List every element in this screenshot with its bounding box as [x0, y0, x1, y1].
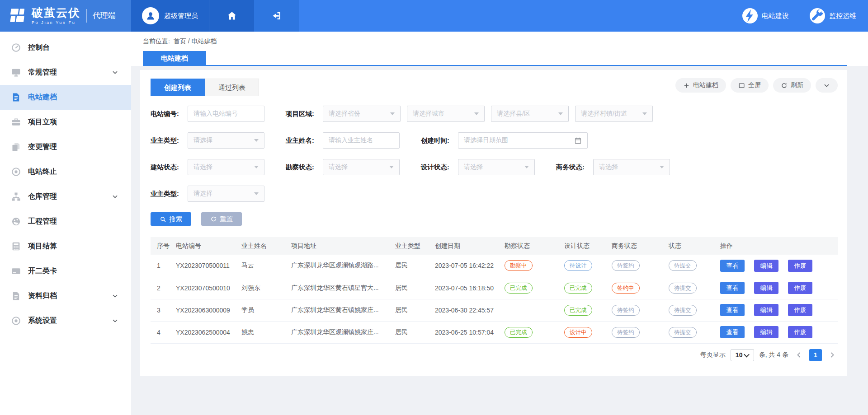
caret-down-icon — [524, 166, 529, 168]
sidebar-item-label: 系统设置 — [28, 316, 112, 326]
search-icon — [160, 216, 166, 223]
region-select-0[interactable]: 请选择省份 — [323, 106, 401, 122]
fullscreen-button[interactable]: 全屏 — [731, 78, 769, 93]
sidebar-item-7[interactable]: 工程管理 — [0, 209, 131, 234]
page-tab[interactable]: 电站建档 — [143, 51, 206, 65]
sidebar-item-label: 常规管理 — [28, 68, 112, 77]
sidebar-item-11[interactable]: 系统设置 — [0, 308, 131, 333]
breadcrumb-path[interactable]: 首页 / 电站建档 — [174, 37, 217, 45]
view-button[interactable]: 查看 — [720, 304, 745, 316]
sidebar-item-label: 项目立项 — [28, 117, 118, 127]
sidebar-item-10[interactable]: 资料归档 — [0, 284, 131, 308]
brand-name: 破茧云伏 — [32, 7, 80, 19]
cell-business-status: 待签约 — [609, 255, 666, 277]
quick-link-construction[interactable]: 电站建设 — [742, 8, 789, 23]
per-page-label: 每页显示 — [700, 351, 726, 359]
filter-select[interactable]: 请选择 — [188, 132, 264, 149]
cell-survey-status: 勘察中 — [502, 255, 561, 277]
toolbar-button-label: 电站建档 — [693, 81, 718, 89]
logout-button[interactable] — [254, 0, 299, 32]
pie-icon — [11, 216, 21, 227]
sidebar-item-9[interactable]: 开二类卡 — [0, 259, 131, 284]
toolbar-button-label: 刷新 — [791, 81, 803, 89]
chevron-down-icon — [112, 293, 118, 299]
sidebar-item-0[interactable]: 控制台 — [0, 35, 131, 60]
tab-passed-list[interactable]: 通过列表 — [205, 79, 259, 96]
view-button[interactable]: 查看 — [720, 282, 745, 294]
next-page-button[interactable] — [827, 351, 838, 359]
edit-button[interactable]: 编辑 — [754, 304, 778, 316]
sitemap-icon — [11, 191, 21, 202]
filter-label: 设计状态: — [421, 163, 458, 172]
edit-button[interactable]: 编辑 — [754, 260, 778, 272]
sidebar-item-8[interactable]: 项目结算 — [0, 234, 131, 259]
filter-group: 设计状态:请选择 — [421, 159, 556, 175]
records-table: 序号电站编号业主姓名项目地址业主类型创建日期勘察状态设计状态商务状态状态操作 1… — [151, 237, 838, 344]
void-button[interactable]: 作废 — [788, 260, 812, 272]
cell-created: 2023-07-05 16:42:22 — [432, 255, 502, 277]
cell-actions: 查看编辑作废 — [717, 255, 838, 277]
cell-business-status: 待签约 — [609, 321, 666, 343]
filter-label: 电站编号: — [151, 110, 188, 118]
filter-group: 业主姓名:请输入业主姓名 — [286, 132, 421, 149]
select-placeholder: 请选择村镇/街道 — [581, 110, 627, 118]
void-button[interactable]: 作废 — [788, 282, 812, 294]
sidebar-item-1[interactable]: 常规管理 — [0, 60, 131, 85]
home-icon — [226, 10, 237, 21]
region-select-1[interactable]: 请选择城市 — [407, 106, 485, 122]
refresh-button[interactable]: 刷新 — [773, 78, 811, 93]
add-station-button[interactable]: 电站建档 — [675, 78, 726, 93]
sidebar-item-label: 工程管理 — [28, 217, 118, 226]
column-header: 状态 — [666, 237, 717, 255]
user-menu[interactable]: 超级管理员 — [131, 0, 209, 32]
select-placeholder: 请选择城市 — [413, 110, 444, 118]
filter-text-input[interactable]: 请输入电站编号 — [188, 106, 264, 122]
caret-down-icon — [254, 166, 259, 168]
filter-select[interactable]: 请选择 — [188, 186, 264, 202]
sidebar-item-6[interactable]: 仓库管理 — [0, 184, 131, 209]
sidebar-item-2[interactable]: 电站建档 — [0, 85, 131, 110]
refresh-icon — [781, 82, 788, 89]
bolt-icon — [742, 8, 758, 23]
status-badge: 已完成 — [505, 327, 533, 338]
status-badge: 签约中 — [612, 283, 640, 294]
sidebar-item-3[interactable]: 项目立项 — [0, 110, 131, 135]
filter-select[interactable]: 请选择 — [593, 159, 670, 175]
brand: 破茧云伏 Po Jian Yun Fu 代理端 — [0, 0, 131, 32]
chevron-down-icon — [112, 193, 118, 200]
collapse-button[interactable] — [816, 78, 838, 93]
cell-owner: 学员 — [239, 299, 288, 321]
per-page-select[interactable]: 10 — [731, 349, 754, 361]
reset-button[interactable]: 重置 — [201, 212, 242, 226]
filter-label: 创建时间: — [421, 136, 458, 145]
edit-button[interactable]: 编辑 — [754, 326, 778, 338]
void-button[interactable]: 作废 — [788, 326, 812, 338]
quick-link-operations[interactable]: 监控运维 — [810, 8, 856, 23]
edit-button[interactable]: 编辑 — [754, 282, 778, 294]
tab-create-list[interactable]: 创建列表 — [151, 79, 205, 96]
sidebar-item-5[interactable]: 电站终止 — [0, 159, 131, 184]
void-button[interactable]: 作废 — [788, 304, 812, 316]
filter-select[interactable]: 请选择 — [323, 159, 400, 175]
search-button[interactable]: 搜索 — [151, 212, 191, 226]
breadcrumb-strip: 当前位置: 首页 / 电站建档 电站建档 — [131, 32, 868, 66]
column-header: 创建日期 — [432, 237, 502, 255]
page-number[interactable]: 1 — [809, 349, 822, 361]
view-button[interactable]: 查看 — [720, 326, 745, 338]
table-row: 4YX2023062500004姚忠广东深圳龙华区观澜镇姚家庄...居民2023… — [151, 321, 838, 343]
select-placeholder: 请选择 — [599, 163, 618, 171]
sidebar-item-4[interactable]: 变更管理 — [0, 135, 131, 159]
wrench-icon — [810, 8, 825, 23]
filter-select[interactable]: 请选择 — [188, 159, 264, 175]
view-button[interactable]: 查看 — [720, 260, 745, 272]
filter-row-3: 业主类型:请选择 — [151, 186, 838, 202]
prev-page-button[interactable] — [793, 351, 804, 359]
date-range-input[interactable]: 请选择日期范围 — [458, 132, 588, 149]
filter-select[interactable]: 请选择 — [458, 159, 535, 175]
region-select-3[interactable]: 请选择村镇/街道 — [575, 106, 653, 122]
cell-status-status: 待提交 — [666, 277, 717, 299]
filter-label: 勘察状态: — [286, 163, 323, 172]
filter-text-input[interactable]: 请输入业主姓名 — [323, 132, 400, 149]
region-select-2[interactable]: 请选择县/区 — [491, 106, 569, 122]
home-button[interactable] — [209, 0, 254, 32]
